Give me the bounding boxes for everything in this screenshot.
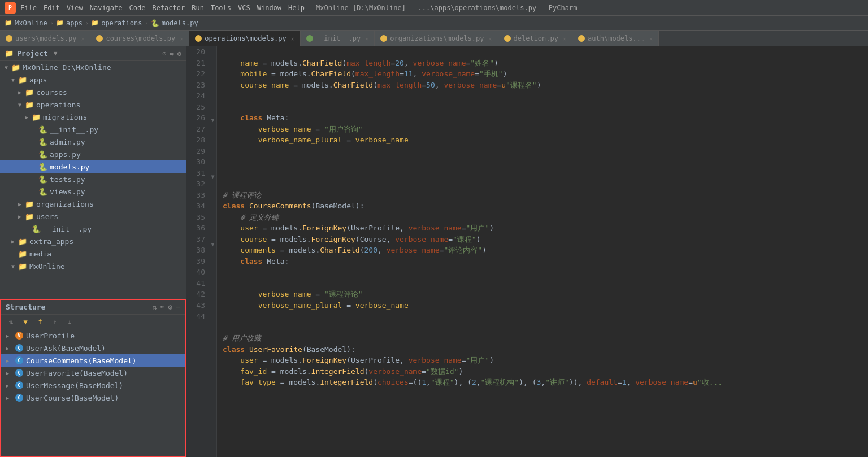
menu-tools[interactable]: Tools <box>211 4 231 12</box>
path-mxonline[interactable]: MxOnline <box>15 19 47 27</box>
tree-apps-py[interactable]: 🐍 apps.py <box>0 148 186 160</box>
tree-extra-apps[interactable]: ▶ 📁 extra_apps <box>0 235 186 247</box>
struct-btn-sort[interactable]: ⇅ <box>5 316 17 328</box>
arrow-migrations: ▶ <box>25 114 32 120</box>
tab-close-operations[interactable]: ✕ <box>291 36 294 42</box>
fold-30[interactable]: ▼ <box>209 114 216 125</box>
tab-close-courses[interactable]: ✕ <box>180 36 183 42</box>
structure-icon-filter[interactable]: ≈ <box>160 303 165 311</box>
tab-label-operations: operations\models.py <box>205 34 287 42</box>
struct-label-coursecomments: CourseComments(BaseModel) <box>26 356 137 365</box>
code-line-30: class CourseComments(BaseModel): <box>223 202 364 210</box>
menu-run[interactable]: Run <box>192 4 204 12</box>
menu-file[interactable]: File <box>20 4 37 12</box>
menu-window[interactable]: Window <box>257 4 281 12</box>
structure-panel: Structure ⇅ ≈ ⚙ ─ ⇅ ▼ f ↑ ↓ ▶ V Use <box>0 299 186 457</box>
tree-tests-py[interactable]: 🐍 tests.py <box>0 173 186 185</box>
tab-operations-models[interactable]: operations\models.py ✕ <box>189 31 301 46</box>
fold-41[interactable]: ▼ <box>209 238 216 250</box>
project-panel-title: Project <box>17 49 48 58</box>
tab-init[interactable]: __init__.py ✕ <box>301 31 375 46</box>
fold-35[interactable]: ▼ <box>209 171 216 182</box>
arrow-users: ▶ <box>18 214 25 220</box>
tree-label-init-py: __init__.py <box>50 125 98 134</box>
path-operations[interactable]: operations <box>101 19 142 27</box>
struct-circle-c-userask: C <box>15 344 23 352</box>
tab-close-org[interactable]: ✕ <box>488 36 492 42</box>
structure-icon-settings[interactable]: ⚙ <box>168 303 172 311</box>
tab-close-auth[interactable]: ✕ <box>649 36 653 42</box>
struct-item-userprofile[interactable]: ▶ V UserProfile <box>1 329 185 342</box>
menu-refactor[interactable]: Refactor <box>152 4 185 12</box>
arrow-operations: ▼ <box>18 102 25 108</box>
menu-vcs[interactable]: VCS <box>238 4 250 12</box>
tree-migrations[interactable]: ▶ 📁 migrations <box>0 111 186 123</box>
tree-apps-init-py[interactable]: 🐍 __init__.py <box>0 223 186 235</box>
struct-item-userfavorite[interactable]: ▶ C UserFavorite(BaseModel) <box>1 367 185 379</box>
fold-47 <box>209 306 216 317</box>
tree-label-courses: courses <box>36 88 67 97</box>
struct-label-usermessage: UserMessage(BaseModel) <box>26 381 123 390</box>
struct-btn-filter1[interactable]: ▼ <box>19 316 32 328</box>
structure-icon-sort[interactable]: ⇅ <box>153 303 157 311</box>
struct-btn-up[interactable]: ↑ <box>49 316 61 328</box>
code-content[interactable]: name = models.CharField(max_length=20, v… <box>217 46 868 457</box>
tab-close-deletion[interactable]: ✕ <box>563 36 566 42</box>
path-models[interactable]: models.py <box>162 19 198 27</box>
arrow-extra-apps: ▶ <box>11 238 18 245</box>
tree-users[interactable]: ▶ 📁 users <box>0 210 186 223</box>
tree-init-py[interactable]: 🐍 __init__.py <box>0 123 186 136</box>
tree-label-models-py: models.py <box>50 163 89 171</box>
folder-icon-2: 📁 <box>56 19 64 27</box>
code-line-31: # 定义外键 <box>223 213 279 221</box>
folder-icon-migrations: 📁 <box>32 113 41 121</box>
menu-view[interactable]: View <box>67 4 83 12</box>
tree-mxonline-root[interactable]: ▼ 📁 MxOnline D:\MxOnline <box>0 61 186 73</box>
tree-models-py[interactable]: 🐍 models.py <box>0 160 186 173</box>
struct-circle-c-usermessage: C <box>15 381 23 389</box>
tree-organizations[interactable]: ▶ 📁 organizations <box>0 198 186 210</box>
project-icon-gear[interactable]: ⚙ <box>177 50 181 58</box>
tab-courses-models[interactable]: courses\models.py ✕ <box>90 31 189 46</box>
folder-icon-media: 📁 <box>18 250 27 258</box>
structure-icon-close[interactable]: ─ <box>176 303 180 311</box>
tree-courses[interactable]: ▶ 📁 courses <box>0 86 186 98</box>
tree-label-apps-init: __init__.py <box>43 225 92 233</box>
tab-users-models[interactable]: users\models.py ✕ <box>0 31 90 46</box>
path-apps[interactable]: apps <box>66 19 83 27</box>
tree-apps[interactable]: ▼ 📁 apps <box>0 73 186 86</box>
project-icon-target[interactable]: ⊙ <box>162 50 166 58</box>
code-line-40: # 用户收藏 <box>223 334 261 342</box>
tree-label-mxonline: MxOnline D:\MxOnline <box>23 63 111 72</box>
struct-item-usercourse[interactable]: ▶ C UserCourse(BaseModel) <box>1 391 185 404</box>
struct-item-coursecomments[interactable]: ▶ C CourseComments(BaseModel) <box>1 354 185 367</box>
menu-navigate[interactable]: Navigate <box>90 4 123 12</box>
tree-operations[interactable]: ▼ 📁 operations <box>0 98 186 111</box>
project-dropdown-arrow[interactable]: ▼ <box>54 50 58 57</box>
menu-help[interactable]: Help <box>288 4 305 12</box>
struct-item-userask[interactable]: ▶ C UserAsk(BaseModel) <box>1 342 185 354</box>
tree-admin-py[interactable]: 🐍 admin.py <box>0 136 186 148</box>
struct-btn-filter2[interactable]: f <box>34 316 46 328</box>
tab-auth-models[interactable]: auth\models... ✕ <box>572 31 659 46</box>
code-line-42: user = models.ForeignKey(UserProfile, ve… <box>223 356 494 364</box>
tab-organizations-models[interactable]: organizations\models.py ✕ <box>375 31 498 46</box>
tree-views-py[interactable]: 🐍 views.py <box>0 185 186 198</box>
tab-close-init[interactable]: ✕ <box>365 36 368 42</box>
code-line-32: user = models.ForeignKey(UserProfile, ve… <box>223 224 494 232</box>
structure-panel-icons[interactable]: ⇅ ≈ ⚙ ─ <box>153 303 180 311</box>
fold-24[interactable] <box>209 46 216 58</box>
project-panel-icons[interactable]: ⊙ ⇋ ⚙ <box>162 50 181 58</box>
struct-btn-down[interactable]: ↓ <box>63 316 76 328</box>
struct-item-usermessage[interactable]: ▶ C UserMessage(BaseModel) <box>1 379 185 391</box>
tree-media[interactable]: 📁 media <box>0 247 186 260</box>
menu-bar[interactable]: File Edit View Navigate Code Refactor Ru… <box>20 4 305 12</box>
menu-code[interactable]: Code <box>129 4 146 12</box>
tree-label-apps: apps <box>29 76 47 84</box>
project-icon-collapse[interactable]: ⇋ <box>170 50 174 58</box>
tab-deletion[interactable]: deletion.py ✕ <box>498 31 573 46</box>
tab-close-users[interactable]: ✕ <box>81 36 84 42</box>
tree-mxonline-sub[interactable]: ▼ 📁 MxOnline <box>0 260 186 272</box>
tree-label-tests-py: tests.py <box>50 175 85 184</box>
menu-edit[interactable]: Edit <box>44 4 60 12</box>
